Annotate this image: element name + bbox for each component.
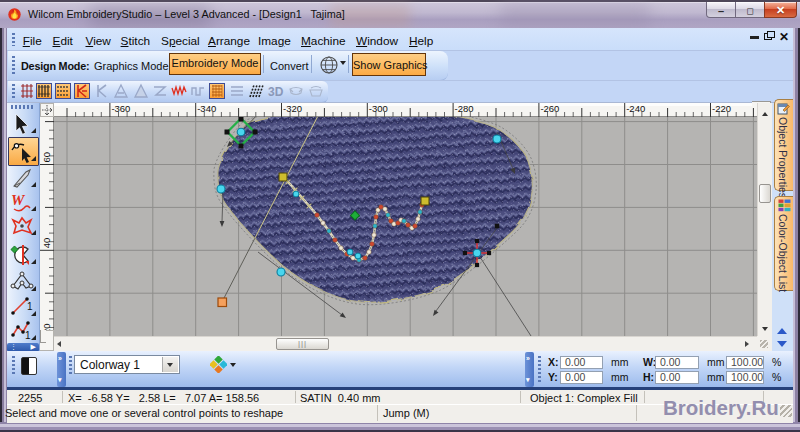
svg-text:40: 40 [41, 238, 52, 249]
svg-text:-280: -280 [455, 103, 474, 114]
svg-text:60: 60 [41, 152, 52, 163]
svg-text:W: W [11, 192, 26, 208]
svg-text:-220: -220 [712, 103, 731, 114]
svg-text:-260: -260 [540, 103, 559, 114]
svg-text:-300: -300 [369, 103, 388, 114]
svg-text:-240: -240 [626, 103, 645, 114]
svg-text:-360: -360 [111, 103, 130, 114]
svg-text:-320: -320 [283, 103, 302, 114]
svg-text:-340: -340 [197, 103, 216, 114]
